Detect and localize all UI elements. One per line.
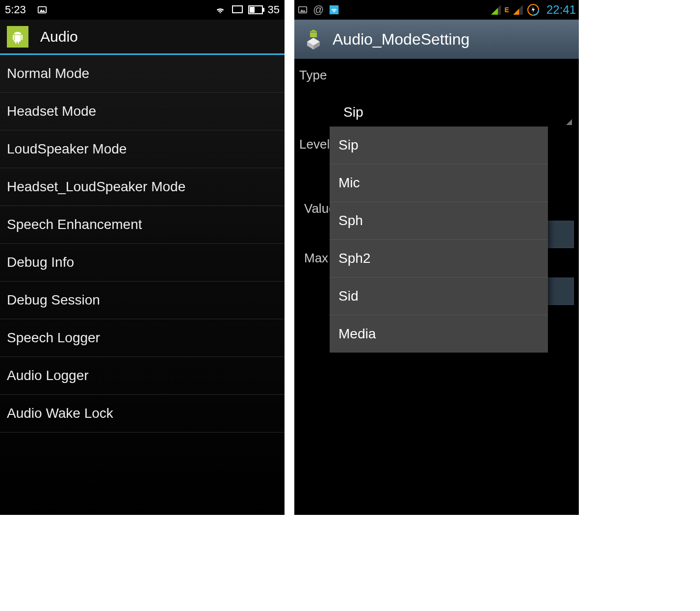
app-bar: Audio bbox=[0, 20, 285, 55]
image-icon bbox=[37, 4, 48, 15]
phone-right: @ E 22:41 bbox=[294, 0, 579, 515]
dropdown-item-sip[interactable]: Sip bbox=[330, 127, 548, 164]
battery-text: 35 bbox=[268, 3, 280, 16]
android-icon bbox=[7, 26, 28, 48]
type-spinner-value: Sip bbox=[343, 104, 363, 120]
svg-rect-8 bbox=[330, 5, 338, 14]
type-spinner[interactable]: Sip bbox=[334, 98, 574, 127]
status-clock: 22:41 bbox=[546, 3, 576, 17]
svg-rect-17 bbox=[310, 32, 317, 37]
list-item-loudspeaker-mode[interactable]: LoudSpeaker Mode bbox=[0, 130, 285, 168]
status-bar: @ E 22:41 bbox=[294, 0, 579, 20]
dropdown-item-sid[interactable]: Sid bbox=[330, 278, 548, 315]
svg-rect-2 bbox=[233, 6, 242, 13]
battery-ring-icon bbox=[527, 3, 540, 16]
svg-point-15 bbox=[311, 30, 312, 31]
battery-icon bbox=[248, 5, 265, 14]
dropdown-item-sph[interactable]: Sph bbox=[330, 202, 548, 240]
wifi-icon bbox=[214, 4, 227, 15]
list-item-audio-wake-lock[interactable]: Audio Wake Lock bbox=[0, 395, 285, 433]
image-icon bbox=[297, 4, 308, 15]
signal-1-icon bbox=[491, 5, 501, 15]
screen-icon bbox=[232, 5, 243, 15]
dropdown-item-sph2[interactable]: Sph2 bbox=[330, 240, 548, 278]
label-type: Type bbox=[299, 68, 574, 83]
android-box-icon bbox=[301, 27, 326, 51]
wifi-square-icon bbox=[329, 4, 339, 15]
svg-point-16 bbox=[315, 30, 316, 31]
list-item-normal-mode[interactable]: Normal Mode bbox=[0, 55, 285, 93]
app-bar: Audio_ModeSetting bbox=[294, 20, 579, 59]
svg-marker-10 bbox=[491, 8, 498, 15]
app-title: Audio bbox=[40, 28, 78, 45]
dropdown-item-media[interactable]: Media bbox=[330, 315, 548, 353]
svg-rect-5 bbox=[263, 8, 264, 12]
svg-marker-7 bbox=[300, 9, 306, 12]
status-bar: 5:23 35 bbox=[0, 0, 285, 20]
dropdown-item-mic[interactable]: Mic bbox=[330, 164, 548, 202]
svg-marker-12 bbox=[513, 9, 519, 15]
settings-list: Normal Mode Headset Mode LoudSpeaker Mod… bbox=[0, 55, 285, 433]
app-title: Audio_ModeSetting bbox=[333, 30, 469, 49]
status-time: 5:23 bbox=[5, 3, 26, 16]
list-item-debug-info[interactable]: Debug Info bbox=[0, 244, 285, 281]
type-dropdown: Sip Mic Sph Sph2 Sid Media bbox=[330, 127, 548, 353]
at-icon: @ bbox=[313, 3, 324, 16]
signal-2-icon bbox=[513, 5, 523, 15]
list-item-debug-session[interactable]: Debug Session bbox=[0, 281, 285, 319]
svg-marker-1 bbox=[39, 9, 45, 12]
settings-body: Type Sip Level Value Max Sip Mic Sph Sph… bbox=[294, 59, 579, 289]
list-item-headset-mode[interactable]: Headset Mode bbox=[0, 93, 285, 130]
list-item-audio-logger[interactable]: Audio Logger bbox=[0, 357, 285, 395]
svg-rect-4 bbox=[250, 7, 255, 13]
network-badge: E bbox=[505, 6, 509, 14]
list-item-speech-enhancement[interactable]: Speech Enhancement bbox=[0, 206, 285, 244]
phone-left: 5:23 35 Audio Normal Mode Headse bbox=[0, 0, 285, 515]
list-item-headset-loudspeaker-mode[interactable]: Headset_LoudSpeaker Mode bbox=[0, 168, 285, 206]
chevron-down-icon bbox=[566, 119, 572, 125]
list-item-speech-logger[interactable]: Speech Logger bbox=[0, 319, 285, 357]
